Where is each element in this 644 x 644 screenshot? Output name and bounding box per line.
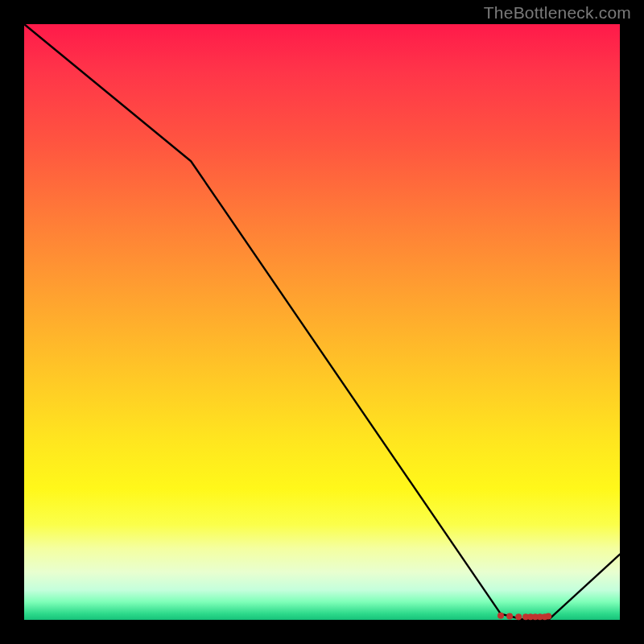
optimal-marker <box>497 613 504 619</box>
bottleneck-line <box>24 24 620 620</box>
chart-svg <box>24 24 620 620</box>
optimal-marker <box>506 613 513 620</box>
optimal-marker <box>515 613 522 620</box>
optimal-markers-group <box>497 613 551 620</box>
plot-area <box>24 24 620 620</box>
chart-container: TheBottleneck.com <box>0 0 644 644</box>
watermark-text: TheBottleneck.com <box>484 3 631 23</box>
optimal-marker <box>545 613 551 620</box>
